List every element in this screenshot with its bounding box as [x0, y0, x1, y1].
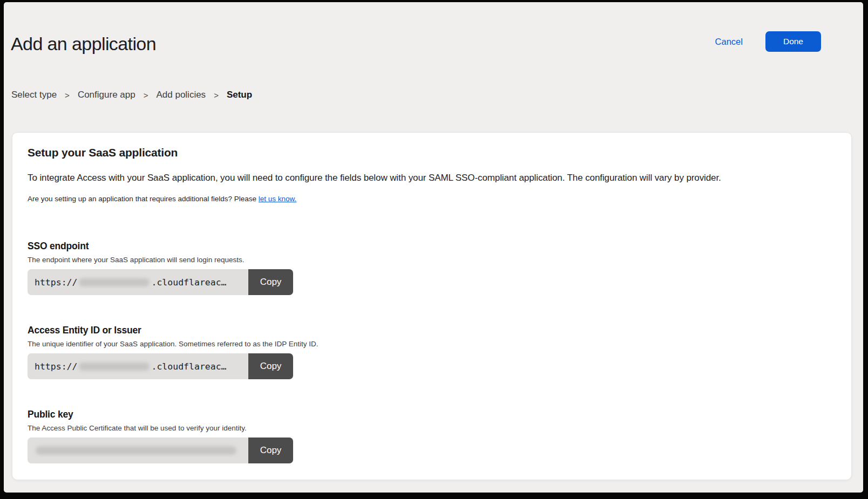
redacted-value-blur	[79, 363, 150, 371]
breadcrumb-separator-icon: >	[144, 91, 148, 100]
entity-id-section: Access Entity ID or Issuer The unique id…	[28, 325, 836, 379]
redacted-value-blur	[36, 446, 236, 455]
sso-endpoint-section: SSO endpoint The endpoint where your Saa…	[28, 241, 836, 295]
breadcrumb-step-select-type[interactable]: Select type	[11, 90, 57, 100]
entity-id-value: https:// .cloudflareac…	[28, 353, 248, 379]
card-heading: Setup your SaaS application	[28, 146, 836, 159]
breadcrumb-separator-icon: >	[214, 91, 219, 100]
sso-endpoint-value-prefix: https://	[35, 277, 77, 288]
cancel-button[interactable]: Cancel	[715, 37, 743, 47]
public-key-copy-button[interactable]: Copy	[248, 438, 293, 463]
entity-id-value-prefix: https://	[35, 361, 77, 372]
entity-id-description: The unique identifier of your SaaS appli…	[28, 340, 836, 348]
card-note: Are you setting up an application that r…	[28, 195, 836, 203]
breadcrumb-separator-icon: >	[65, 91, 70, 100]
entity-id-copy-button[interactable]: Copy	[248, 353, 293, 379]
header-actions: Cancel Done	[715, 31, 821, 52]
breadcrumb-step-setup: Setup	[227, 90, 252, 100]
done-button[interactable]: Done	[765, 31, 821, 52]
public-key-description: The Access Public Certificate that will …	[28, 424, 836, 432]
sso-endpoint-field: https:// .cloudflareac… Copy	[28, 269, 293, 295]
breadcrumb-step-configure-app[interactable]: Configure app	[78, 90, 135, 100]
sso-endpoint-description: The endpoint where your SaaS application…	[28, 256, 836, 264]
sso-endpoint-label: SSO endpoint	[28, 241, 836, 252]
card-intro-text: To integrate Access with your SaaS appli…	[28, 173, 836, 183]
entity-id-field: https:// .cloudflareac… Copy	[28, 353, 293, 379]
breadcrumb: Select type > Configure app > Add polici…	[11, 90, 252, 100]
page: Add an application Cancel Done Select ty…	[4, 2, 863, 493]
sso-endpoint-copy-button[interactable]: Copy	[248, 269, 293, 295]
public-key-section: Public key The Access Public Certificate…	[28, 409, 836, 463]
redacted-value-blur	[79, 278, 150, 286]
public-key-value	[28, 438, 248, 463]
let-us-know-link[interactable]: let us know.	[259, 195, 297, 203]
sso-endpoint-value-suffix: .cloudflareac…	[151, 277, 226, 288]
public-key-label: Public key	[28, 409, 836, 420]
entity-id-label: Access Entity ID or Issuer	[28, 325, 836, 336]
entity-id-value-suffix: .cloudflareac…	[151, 361, 226, 372]
page-title: Add an application	[11, 33, 156, 54]
card-note-text: Are you setting up an application that r…	[28, 195, 259, 203]
breadcrumb-step-add-policies[interactable]: Add policies	[156, 90, 206, 100]
sso-endpoint-value: https:// .cloudflareac…	[28, 269, 248, 295]
public-key-field: Copy	[28, 438, 293, 463]
setup-card: Setup your SaaS application To integrate…	[12, 132, 852, 480]
